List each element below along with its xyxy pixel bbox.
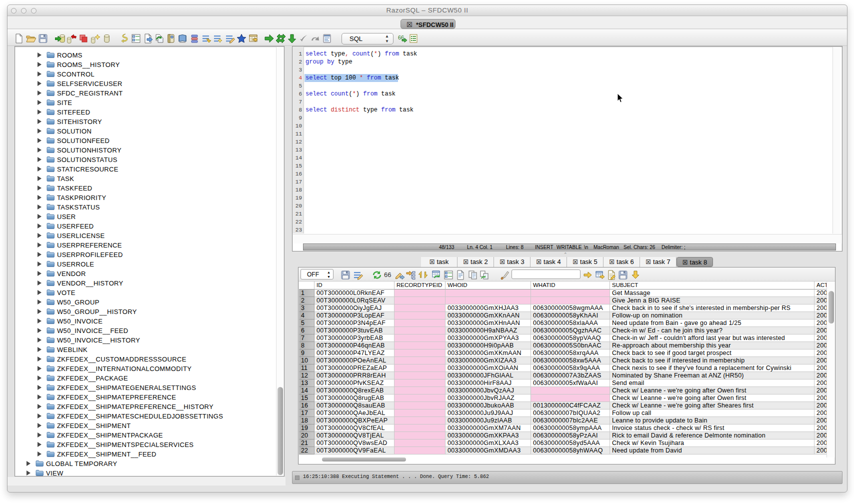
svg-text:66: 66 [384, 271, 391, 278]
